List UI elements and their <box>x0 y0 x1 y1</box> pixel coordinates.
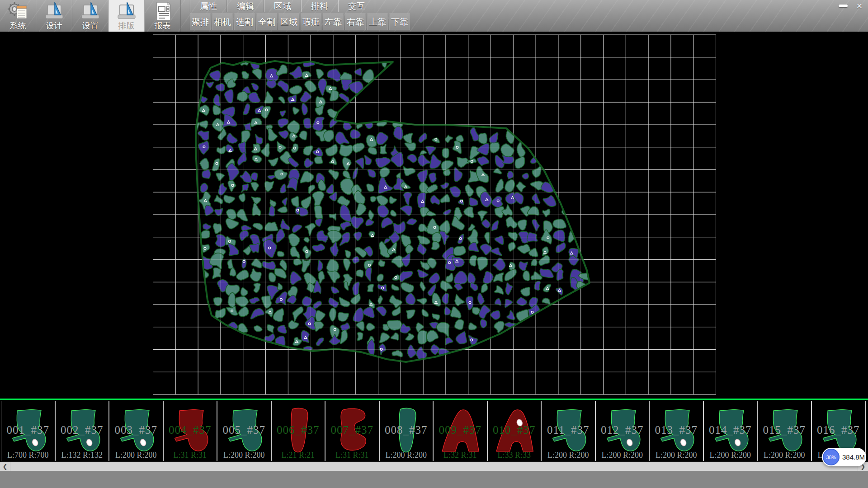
tab-settings[interactable]: 设置 <box>72 0 108 32</box>
scroll-left-arrow[interactable]: ❮ <box>0 462 10 471</box>
settings-icon <box>80 1 101 21</box>
btn-align-right[interactable]: 右靠 <box>345 14 366 30</box>
report-icon <box>152 1 173 21</box>
piece-counts: L:200 R:200 <box>542 450 595 460</box>
tool-button-bar: 聚排 相机 选割 全割 区域 瑕疵 左靠 右靠 上靠 下靠 <box>190 14 411 31</box>
piece-name: 008_#37 <box>380 424 433 436</box>
piece-counts: L:200 R:200 <box>650 450 703 460</box>
btn-align-top[interactable]: 上靠 <box>367 14 388 30</box>
menu-edit[interactable]: 编辑 <box>227 0 264 12</box>
piece-counts: L:200 R:200 <box>596 450 649 460</box>
btn-align-left[interactable]: 左靠 <box>323 14 344 30</box>
piece-counts: L:200 R:200 <box>380 450 433 460</box>
main-tab-bar: 系统 设计 设置 <box>0 0 181 32</box>
nesting-app-window: 系统 设计 设置 <box>0 0 868 488</box>
btn-defect[interactable]: 瑕疵 <box>301 14 321 30</box>
piece-thumbnail[interactable]: 014_#37L:200 R:200 <box>703 401 758 461</box>
tab-nesting[interactable]: 排版 <box>108 0 145 32</box>
system-icon <box>8 1 28 21</box>
piece-name: 005_#37 <box>217 424 271 436</box>
tab-label: 系统 <box>10 22 26 30</box>
tab-label: 排版 <box>118 22 135 30</box>
piece-counts: L:32 R:31 <box>434 450 487 460</box>
piece-name: 002_#37 <box>56 424 109 436</box>
tab-system[interactable]: 系统 <box>0 0 36 32</box>
piece-name: 004_#37 <box>164 424 217 436</box>
nesting-icon <box>116 1 137 21</box>
piece-thumbnail[interactable]: 011_#37L:200 R:200 <box>541 401 595 461</box>
tab-label: 设置 <box>82 22 99 30</box>
tab-label: 设计 <box>46 22 62 30</box>
design-icon <box>44 1 65 21</box>
window-controls: ✕ <box>837 1 865 10</box>
btn-select-cut[interactable]: 选割 <box>234 14 255 30</box>
piece-counts: L:21 R:21 <box>272 450 325 460</box>
btn-align-bottom[interactable]: 下靠 <box>389 14 410 30</box>
menu-nesting[interactable]: 排料 <box>301 0 338 12</box>
piece-name: 016_#37 <box>812 424 865 436</box>
piece-name: 017_#37 <box>866 424 868 436</box>
piece-name: 015_#37 <box>758 424 811 436</box>
memory-value: 384.8M <box>842 453 865 461</box>
menu-region[interactable]: 区域 <box>264 0 301 12</box>
piece-name: 014_#37 <box>704 424 757 436</box>
piece-thumbnail-strip: 001_#37L:700 R:700002_#37L:132 R:132003_… <box>0 399 868 462</box>
piece-counts: L:200 R:200 <box>109 450 163 460</box>
piece-thumbnail[interactable]: 007_#37L:31 R:31 <box>325 401 379 461</box>
menu-interaction[interactable]: 交互 <box>338 0 375 12</box>
piece-counts: L:33 R:33 <box>488 450 541 460</box>
tab-report[interactable]: 报表 <box>145 0 181 32</box>
piece-list: 001_#37L:700 R:700002_#37L:132 R:132003_… <box>1 401 868 461</box>
piece-thumbnail[interactable]: 002_#37L:132 R:132 <box>55 401 109 461</box>
piece-counts: L:31 R:31 <box>164 450 217 460</box>
piece-name: 003_#37 <box>109 424 163 436</box>
memory-percent-circle: 38% <box>823 449 840 465</box>
piece-thumbnail[interactable]: 005_#37L:200 R:200 <box>217 401 271 461</box>
piece-thumbnail[interactable]: 009_#37L:32 R:31 <box>433 401 487 461</box>
nesting-canvas[interactable] <box>0 32 868 399</box>
piece-thumbnail[interactable]: 017_#37L:200 R:200 <box>865 401 868 461</box>
piece-thumbnail[interactable]: 001_#37L:700 R:700 <box>1 401 55 461</box>
btn-camera[interactable]: 相机 <box>212 14 233 30</box>
piece-thumbnail[interactable]: 013_#37L:200 R:200 <box>649 401 703 461</box>
status-bar <box>0 471 868 488</box>
piece-name: 006_#37 <box>272 424 325 436</box>
piece-name: 010_#37 <box>488 424 541 436</box>
piece-name: 011_#37 <box>542 424 595 436</box>
piece-thumbnail[interactable]: 008_#37L:200 R:200 <box>379 401 434 461</box>
btn-cluster-nest[interactable]: 聚排 <box>190 14 211 30</box>
strip-top-border <box>0 399 868 400</box>
piece-name: 001_#37 <box>1 424 55 436</box>
minimize-button[interactable] <box>837 1 849 10</box>
piece-name: 013_#37 <box>650 424 703 436</box>
menu-properties[interactable]: 属性 <box>190 0 227 12</box>
tab-label: 报表 <box>155 22 171 30</box>
piece-name: 009_#37 <box>434 424 487 436</box>
piece-name: 007_#37 <box>326 424 379 436</box>
piece-counts: L:31 R:31 <box>326 450 379 460</box>
piece-counts: L:700 R:700 <box>1 450 55 460</box>
piece-name: 012_#37 <box>596 424 649 436</box>
piece-counts: L:200 R:200 <box>217 450 271 460</box>
piece-thumbnail[interactable]: 015_#37L:200 R:200 <box>757 401 811 461</box>
piece-thumbnail[interactable]: 003_#37L:200 R:200 <box>109 401 163 461</box>
piece-thumbnail[interactable]: 012_#37L:200 R:200 <box>595 401 650 461</box>
btn-region[interactable]: 区域 <box>278 14 299 30</box>
piece-thumbnail[interactable]: 010_#37L:33 R:33 <box>487 401 542 461</box>
piece-counts: L:200 R:200 <box>704 450 757 460</box>
btn-cut-all[interactable]: 全割 <box>256 14 277 30</box>
menu-bar: 属性 编辑 区域 排料 交互 <box>190 0 375 13</box>
toolbar: 系统 设计 设置 <box>0 0 868 32</box>
piece-thumbnail[interactable]: 006_#37L:21 R:21 <box>271 401 326 461</box>
hide-nesting-view <box>0 32 868 399</box>
horizontal-scrollbar[interactable]: ❮ ❯ <box>0 462 868 471</box>
piece-counts: L:132 R:132 <box>56 450 109 460</box>
close-button[interactable]: ✕ <box>854 1 865 10</box>
tab-design[interactable]: 设计 <box>36 0 72 32</box>
memory-usage-badge[interactable]: 38% 384.8M <box>822 448 866 466</box>
piece-thumbnail[interactable]: 004_#37L:31 R:31 <box>163 401 217 461</box>
piece-counts: L:200 R:200 <box>758 450 811 460</box>
